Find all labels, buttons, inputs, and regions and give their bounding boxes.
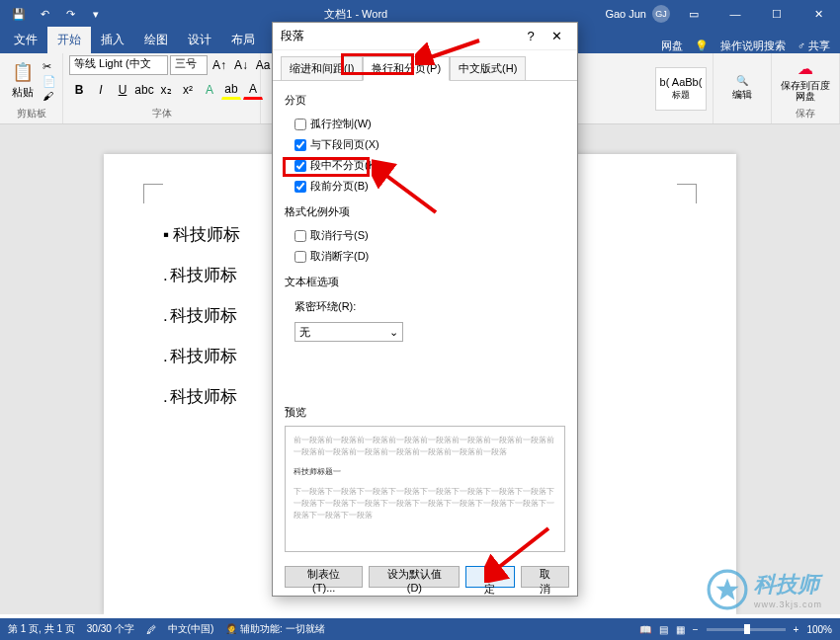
tight-wrap-select[interactable]: 无⌄ — [294, 322, 403, 342]
section-format-exceptions: 格式化例外项 — [285, 204, 565, 219]
group-label: 保存 — [778, 106, 833, 121]
group-clipboard: 📋 粘贴 ✂ 📄 🖌 剪贴板 — [0, 53, 63, 123]
user-name[interactable]: Gao Jun — [605, 8, 646, 20]
save-icon[interactable]: 💾 — [8, 3, 30, 25]
chevron-down-icon: ⌄ — [389, 326, 398, 339]
find-icon: 🔍 — [736, 75, 748, 86]
font-size-select[interactable]: 三号 — [170, 55, 208, 75]
preview-box: 前一段落前一段落前一段落前一段落前一段落前一段落前一段落前一段落前一段落前一段落… — [285, 426, 565, 552]
user-avatar[interactable]: GJ — [652, 5, 670, 23]
tab-file[interactable]: 文件 — [4, 27, 47, 53]
zoom-out-icon[interactable]: − — [693, 624, 699, 635]
bold-button[interactable]: B — [69, 80, 89, 100]
margin-corner — [143, 184, 163, 203]
set-default-button[interactable]: 设为默认值(D) — [369, 566, 460, 588]
word-count[interactable]: 30/30 个字 — [87, 622, 134, 636]
dialog-title: 段落 — [281, 28, 518, 44]
cancel-button[interactable]: 取消 — [521, 566, 569, 588]
undo-icon[interactable]: ↶ — [34, 3, 55, 25]
tab-design[interactable]: 设计 — [178, 27, 221, 53]
dialog-tabs: 缩进和间距(I) 换行和分页(P) 中文版式(H) — [273, 50, 577, 81]
tell-me[interactable]: 操作说明搜索 — [720, 39, 786, 53]
zoom-level[interactable]: 100% — [806, 624, 832, 635]
group-label: 字体 — [69, 106, 254, 121]
section-textbox: 文本框选项 — [285, 275, 565, 289]
italic-button[interactable]: I — [91, 80, 111, 100]
watermark-url: www.3kjs.com — [754, 600, 822, 609]
svg-marker-7 — [715, 578, 738, 600]
underline-button[interactable]: U — [113, 80, 132, 100]
zoom-slider[interactable] — [707, 628, 786, 631]
save-cloud-button[interactable]: ☁ 保存到百度网盘 — [778, 59, 833, 102]
watermark-icon — [707, 569, 748, 610]
tab-asian-typography[interactable]: 中文版式(H) — [450, 56, 526, 81]
paste-button[interactable]: 📋 粘贴 — [6, 59, 40, 103]
tab-home[interactable]: 开始 — [47, 27, 91, 53]
minimize-icon[interactable]: — — [717, 0, 753, 28]
tab-line-page-breaks[interactable]: 换行和分页(P) — [363, 56, 450, 81]
checkbox-widow-control[interactable]: 孤行控制(W) — [285, 114, 565, 134]
group-label: 剪贴板 — [6, 106, 56, 121]
zoom-in-icon[interactable]: + — [794, 624, 799, 635]
tabs-button[interactable]: 制表位(T)... — [285, 566, 363, 588]
group-cloud-save: ☁ 保存到百度网盘 保存 — [772, 53, 840, 123]
help-icon[interactable]: ? — [518, 27, 544, 46]
tab-layout[interactable]: 布局 — [221, 27, 265, 53]
checkbox-suppress-line-numbers[interactable]: 取消行号(S) — [285, 225, 565, 246]
redo-icon[interactable]: ↷ — [59, 3, 81, 25]
tab-indent-spacing[interactable]: 缩进和间距(I) — [281, 56, 363, 81]
superscript-button[interactable]: x² — [178, 80, 198, 100]
ribbon-options-icon[interactable]: ▭ — [676, 0, 712, 28]
style-heading[interactable]: b( AaBb( 标题 — [655, 67, 707, 111]
change-case-icon[interactable]: Aa — [253, 55, 273, 75]
watermark: 科技师 www.3kjs.com — [707, 569, 822, 610]
dialog-titlebar: 段落 ? ✕ — [273, 23, 577, 50]
checkbox-keep-together[interactable]: 段中不分页(K) — [285, 155, 565, 176]
strike-button[interactable]: abc — [134, 80, 154, 100]
tab-insert[interactable]: 插入 — [91, 27, 134, 53]
grow-font-icon[interactable]: A↑ — [210, 55, 229, 75]
highlight-icon[interactable]: ab — [221, 80, 241, 100]
ok-button[interactable]: 确定 — [465, 566, 514, 588]
tight-wrap-label: 紧密环绕(R): — [294, 299, 356, 314]
view-read-icon[interactable]: 📖 — [639, 624, 651, 635]
watermark-text: 科技师 — [754, 570, 822, 600]
close-icon[interactable]: ✕ — [544, 27, 569, 46]
window-title: 文档1 - Word — [107, 7, 605, 22]
editing-button[interactable]: 🔍 编辑 — [719, 75, 765, 102]
group-font: 等线 Light (中文 三号 A↑ A↓ Aa B I U abc x₂ x²… — [63, 53, 261, 123]
dialog-footer: 制表位(T)... 设为默认值(D) 确定 取消 — [273, 558, 577, 596]
subscript-button[interactable]: x₂ — [156, 80, 176, 100]
view-web-icon[interactable]: ▦ — [676, 624, 685, 635]
proofing-icon[interactable]: 🖉 — [146, 624, 156, 635]
language[interactable]: 中文(中国) — [168, 622, 214, 636]
checkbox-page-break-before[interactable]: 段前分页(B) — [285, 176, 565, 197]
qat-customize-icon[interactable]: ▾ — [85, 3, 107, 25]
section-paging: 分页 — [285, 93, 565, 108]
cloud-icon: ☁ — [798, 59, 813, 78]
checkbox-keep-with-next[interactable]: 与下段同页(X) — [285, 134, 565, 155]
font-color-icon[interactable]: A — [243, 80, 263, 100]
checkbox-no-hyphenation[interactable]: 取消断字(D) — [285, 246, 565, 267]
paragraph-dialog: 段落 ? ✕ 缩进和间距(I) 换行和分页(P) 中文版式(H) 分页 孤行控制… — [272, 22, 578, 597]
tab-draw[interactable]: 绘图 — [134, 27, 178, 53]
view-print-icon[interactable]: ▤ — [659, 624, 668, 635]
shrink-font-icon[interactable]: A↓ — [231, 55, 251, 75]
copy-icon[interactable]: 📄 — [42, 75, 56, 88]
font-name-select[interactable]: 等线 Light (中文 — [69, 55, 168, 75]
page-count[interactable]: 第 1 页, 共 1 页 — [8, 622, 75, 636]
clipboard-icon: 📋 — [12, 61, 34, 83]
format-painter-icon[interactable]: 🖌 — [42, 90, 56, 102]
close-icon[interactable]: ✕ — [800, 0, 836, 28]
dialog-body: 分页 孤行控制(W) 与下段同页(X) 段中不分页(K) 段前分页(B) 格式化… — [273, 81, 577, 558]
maximize-icon[interactable]: ☐ — [759, 0, 795, 28]
text-effects-icon[interactable]: A — [200, 80, 219, 100]
share-button[interactable]: ♂ 共享 — [798, 39, 830, 53]
accessibility-status[interactable]: 🤵 辅助功能: 一切就绪 — [225, 622, 324, 636]
cut-icon[interactable]: ✂ — [42, 60, 56, 73]
cloud-label[interactable]: 网盘 — [661, 39, 683, 53]
section-preview: 预览 — [285, 405, 565, 420]
margin-corner — [677, 184, 697, 203]
statusbar: 第 1 页, 共 1 页 30/30 个字 🖉 中文(中国) 🤵 辅助功能: 一… — [0, 618, 840, 640]
group-editing: 🔍 编辑 — [714, 53, 772, 123]
